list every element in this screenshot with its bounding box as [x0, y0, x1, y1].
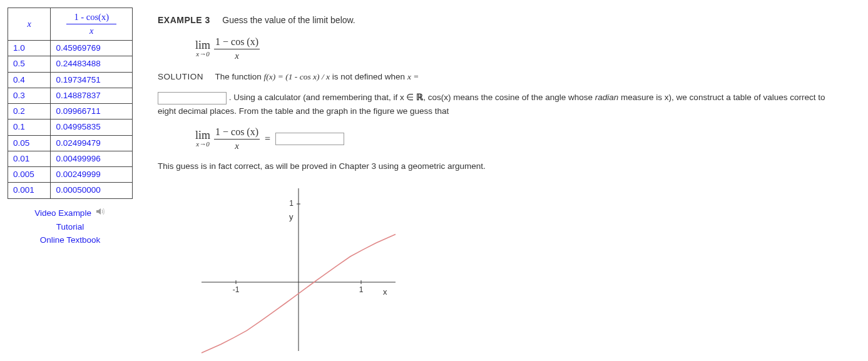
lim-op-2: lim	[195, 130, 210, 141]
cell-v: 0.00249999	[51, 167, 133, 183]
cell-v: 0.19734751	[51, 72, 133, 88]
table-body: 1.00.459697690.50.244834880.40.197347510…	[8, 41, 133, 199]
cell-v: 0.00499996	[51, 151, 133, 166]
xtick-neg1: -1	[233, 285, 240, 294]
col-head-x: x	[8, 8, 51, 41]
table-row: 0.050.02499479	[8, 135, 133, 151]
table-row: 0.010.00499996	[8, 151, 133, 166]
cell-v: 0.24483488	[51, 56, 133, 72]
table-row: 0.40.19734751	[8, 72, 133, 88]
limit-equation-row: lim x→0 1 − cos (x) x =	[195, 126, 834, 151]
xtick-1: 1	[359, 285, 364, 294]
cell-x: 1.0	[8, 41, 51, 56]
cell-v: 0.02499479	[51, 135, 133, 151]
table-row: 0.30.14887837	[8, 88, 133, 103]
cell-x: 0.3	[8, 88, 51, 103]
cell-v: 0.04995835	[51, 119, 133, 135]
lim-sub: x→0	[196, 51, 209, 58]
real-symbol: ℝ	[416, 93, 423, 102]
table-row: 0.50.24483488	[8, 56, 133, 72]
y-axis-label: y	[289, 212, 294, 221]
video-example-link[interactable]: Video Example	[8, 206, 133, 220]
radian-word: radian	[595, 93, 619, 102]
table-row: 0.10.04995835	[8, 119, 133, 135]
resource-links: Video Example Tutorial Online Textbook	[8, 206, 133, 247]
answer-input-2[interactable]	[275, 133, 344, 145]
fx-expr: f(x) = (1 - cos x) / x	[264, 72, 330, 81]
answer-input-1[interactable]	[158, 92, 227, 104]
cell-v: 0.45969769	[51, 41, 133, 56]
cell-v: 0.14887837	[51, 88, 133, 103]
table-row: 0.0010.00050000	[8, 183, 133, 198]
frac-bot: x	[56, 24, 127, 36]
x-eq: x =	[407, 72, 419, 81]
sound-icon	[96, 206, 106, 220]
frac-top: 1 - cos(x)	[56, 12, 127, 24]
col-head-frac: 1 - cos(x) x	[51, 8, 133, 41]
table-row: 1.00.45969769	[8, 41, 133, 56]
cell-x: 0.005	[8, 167, 51, 183]
example-heading: EXAMPLE 3 Guess the value of the limit b…	[158, 15, 834, 25]
cell-x: 0.5	[8, 56, 51, 72]
graph: -1 1 1 x y	[183, 182, 834, 359]
limit-expression-1: lim x→0 1 − cos (x) x	[195, 36, 834, 61]
solution-a-post: is not defined when	[332, 72, 407, 81]
para-b: . Using a calculator (and remembering th…	[229, 93, 416, 102]
cell-x: 0.01	[8, 151, 51, 166]
ytick-1: 1	[289, 199, 294, 208]
lim-sub-2: x→0	[196, 141, 209, 148]
x-axis-label: x	[383, 287, 387, 297]
video-example-label: Video Example	[34, 208, 91, 218]
equals-sign: =	[265, 133, 270, 145]
example-label: EXAMPLE 3	[158, 15, 210, 25]
solution-para-b: . Using a calculator (and remembering th…	[158, 91, 834, 118]
solution-line: SOLUTION The function f(x) = (1 - cos x)…	[158, 72, 834, 82]
table-row: 0.0050.00249999	[8, 167, 133, 183]
cell-x: 0.001	[8, 183, 51, 198]
table-row: 0.20.09966711	[8, 104, 133, 119]
cell-v: 0.09966711	[51, 104, 133, 119]
tutorial-link[interactable]: Tutorial	[8, 220, 133, 234]
solution-label: SOLUTION	[158, 72, 203, 81]
lim-frac-bot: x	[235, 49, 239, 61]
cell-x: 0.05	[8, 135, 51, 151]
lim-op: lim	[195, 39, 210, 51]
textbook-link[interactable]: Online Textbook	[8, 233, 133, 247]
solution-a-pre: The function	[215, 72, 264, 81]
lim-frac-top: 1 − cos (x)	[214, 36, 260, 49]
cell-x: 0.2	[8, 104, 51, 119]
cell-v: 0.00050000	[51, 183, 133, 198]
cell-x: 0.4	[8, 72, 51, 88]
lim-frac-top-2: 1 − cos (x)	[214, 126, 260, 140]
guess-text: This guess is in fact correct, as will b…	[158, 160, 834, 173]
values-table: x 1 - cos(x) x 1.00.459697690.50.2448348…	[8, 8, 133, 199]
para-b2: , cos(x) means the cosine of the angle w…	[423, 93, 595, 102]
cell-x: 0.1	[8, 119, 51, 135]
example-prompt: Guess the value of the limit below.	[222, 15, 355, 25]
graph-svg: -1 1 1 x y	[183, 182, 408, 357]
lim-frac-bot-2: x	[235, 140, 239, 151]
